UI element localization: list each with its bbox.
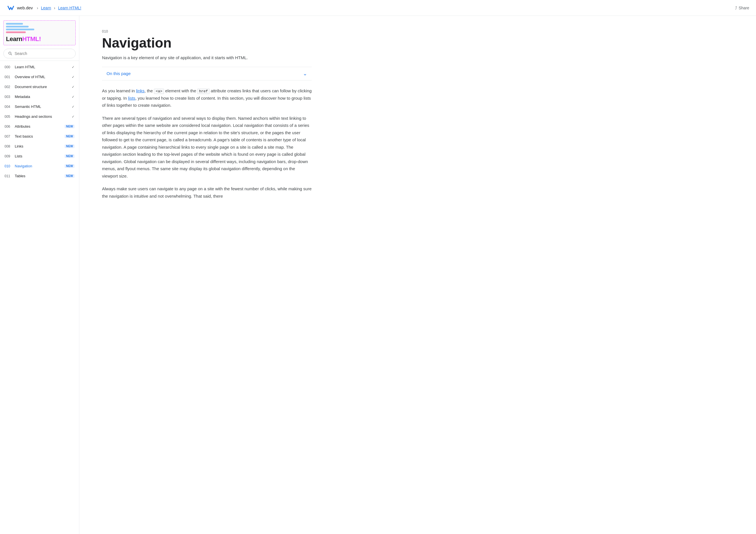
item-label-000: Learn HTML bbox=[15, 65, 69, 69]
on-this-page-label: On this page bbox=[107, 71, 131, 76]
breadcrumb-learn-html[interactable]: Learn HTML! bbox=[58, 6, 81, 10]
breadcrumb-learn[interactable]: Learn bbox=[41, 6, 51, 10]
chevron-down-icon: ⌄ bbox=[303, 70, 307, 77]
item-number-003: 003 bbox=[5, 95, 13, 99]
breadcrumb-sep-2: › bbox=[54, 6, 55, 10]
item-badge-011: NEW bbox=[65, 174, 74, 178]
item-label-006: Attributes bbox=[15, 124, 62, 129]
links-link[interactable]: links bbox=[136, 88, 145, 93]
content-body: As you learned in links, the <a> element… bbox=[102, 87, 312, 200]
breadcrumb-sep-1: › bbox=[37, 6, 38, 10]
body-paragraph-1: As you learned in links, the <a> element… bbox=[102, 87, 312, 109]
item-check-002: ✓ bbox=[72, 85, 74, 89]
item-badge-007: NEW bbox=[65, 135, 74, 138]
item-label-008: Links bbox=[15, 144, 62, 148]
lists-link[interactable]: lists bbox=[128, 96, 135, 100]
item-number-004: 004 bbox=[5, 105, 13, 109]
item-number-007: 007 bbox=[5, 135, 13, 139]
sidebar-item-007[interactable]: 007Text basicsNEW bbox=[0, 131, 79, 141]
sidebar-item-001[interactable]: 001Overview of HTML✓ bbox=[0, 72, 79, 82]
item-label-004: Semantic HTML bbox=[15, 105, 69, 109]
body-p1-pre: As you learned in bbox=[102, 88, 136, 93]
sidebar-item-003[interactable]: 003Metadata✓ bbox=[0, 92, 79, 102]
on-this-page-toggle[interactable]: On this page ⌄ bbox=[102, 67, 312, 80]
item-label-001: Overview of HTML bbox=[15, 75, 69, 79]
item-label-003: Metadata bbox=[15, 94, 69, 99]
item-badge-006: NEW bbox=[65, 125, 74, 128]
item-number-008: 008 bbox=[5, 144, 13, 148]
search-icon bbox=[8, 51, 12, 56]
item-badge-010: NEW bbox=[65, 164, 74, 168]
a-element-code: <a> bbox=[154, 89, 164, 94]
item-check-004: ✓ bbox=[72, 105, 74, 109]
item-label-002: Document structure bbox=[15, 85, 69, 89]
sidebar-item-005[interactable]: 005Headings and sections✓ bbox=[0, 112, 79, 121]
share-icon: ⤴ bbox=[735, 6, 737, 10]
sidebar-title-learn: Learn bbox=[6, 36, 22, 42]
sidebar-item-000[interactable]: 000Learn HTML✓ bbox=[0, 62, 79, 72]
sidebar-item-008[interactable]: 008LinksNEW bbox=[0, 141, 79, 151]
logo-line-4 bbox=[6, 32, 26, 33]
item-check-000: ✓ bbox=[72, 65, 74, 69]
item-label-007: Text basics bbox=[15, 134, 62, 139]
logo-area[interactable]: web.dev bbox=[7, 4, 33, 12]
item-number-006: 006 bbox=[5, 125, 13, 129]
item-check-005: ✓ bbox=[72, 115, 74, 119]
sidebar-item-011[interactable]: 011TablesNEW bbox=[0, 171, 79, 181]
body-paragraph-3: Always make sure users can navigate to a… bbox=[102, 185, 312, 200]
webdev-logo-icon bbox=[7, 4, 15, 12]
share-button[interactable]: ⤴ Share bbox=[735, 6, 749, 10]
item-number-011: 011 bbox=[5, 174, 13, 178]
item-badge-008: NEW bbox=[65, 144, 74, 148]
top-navigation: web.dev › Learn › Learn HTML! ⤴ Share bbox=[0, 0, 756, 16]
sidebar-item-010[interactable]: 010NavigationNEW bbox=[0, 161, 79, 171]
body-p1-mid1: , the bbox=[145, 88, 154, 93]
item-label-005: Headings and sections bbox=[15, 114, 69, 119]
body-p1-mid2: element with the bbox=[164, 88, 198, 93]
logo-line-1 bbox=[6, 23, 23, 25]
item-number-005: 005 bbox=[5, 115, 13, 119]
sidebar-nav: 000Learn HTML✓001Overview of HTML✓002Doc… bbox=[0, 61, 79, 534]
item-check-001: ✓ bbox=[72, 75, 74, 79]
sidebar-item-006[interactable]: 006AttributesNEW bbox=[0, 121, 79, 131]
sidebar-item-009[interactable]: 009ListsNEW bbox=[0, 151, 79, 161]
sidebar-item-002[interactable]: 002Document structure✓ bbox=[0, 82, 79, 92]
logo-line-3 bbox=[6, 29, 34, 30]
item-number-010: 010 bbox=[5, 164, 13, 168]
sidebar-header: LearnHTML! bbox=[0, 16, 79, 61]
item-number-002: 002 bbox=[5, 85, 13, 89]
search-input[interactable] bbox=[14, 51, 71, 56]
content-number: 010 bbox=[102, 29, 312, 34]
sidebar-title: LearnHTML! bbox=[6, 36, 41, 43]
content-area: 010 Navigation Navigation is a key eleme… bbox=[79, 16, 334, 534]
item-label-009: Lists bbox=[15, 154, 62, 158]
sidebar-logo-illustration: LearnHTML! bbox=[3, 20, 76, 45]
content-subtitle: Navigation is a key element of any site … bbox=[102, 55, 312, 60]
item-number-000: 000 bbox=[5, 65, 13, 69]
content-title: Navigation bbox=[102, 36, 312, 51]
href-attr-code: href bbox=[197, 89, 209, 94]
main-layout: LearnHTML! 000Learn HTML✓001Overview of … bbox=[0, 16, 756, 534]
sidebar: LearnHTML! 000Learn HTML✓001Overview of … bbox=[0, 16, 79, 534]
item-number-001: 001 bbox=[5, 75, 13, 79]
site-name[interactable]: web.dev bbox=[17, 5, 33, 10]
share-label: Share bbox=[739, 6, 749, 10]
sidebar-item-004[interactable]: 004Semantic HTML✓ bbox=[0, 102, 79, 112]
item-label-010: Navigation bbox=[15, 164, 62, 168]
item-badge-009: NEW bbox=[65, 154, 74, 158]
sidebar-title-html: HTML! bbox=[22, 36, 41, 42]
item-check-003: ✓ bbox=[72, 95, 74, 99]
search-box[interactable] bbox=[3, 49, 76, 58]
item-label-011: Tables bbox=[15, 174, 62, 178]
logo-lines bbox=[6, 23, 34, 33]
body-paragraph-2: There are several types of navigation an… bbox=[102, 115, 312, 180]
logo-line-2 bbox=[6, 26, 29, 27]
item-number-009: 009 bbox=[5, 154, 13, 158]
